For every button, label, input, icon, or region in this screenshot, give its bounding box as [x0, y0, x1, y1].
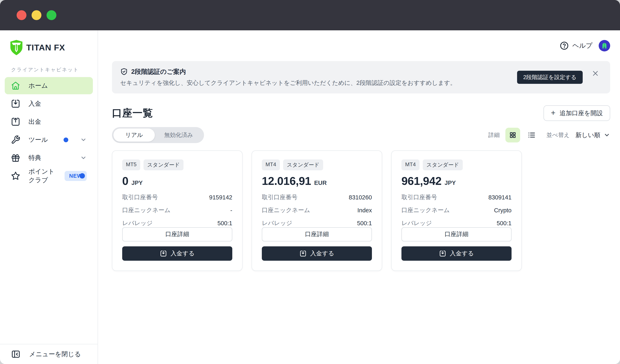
banner-body: セキュリティを強化し、安心してクライアントキャビネットをご利用いただくために、2…	[120, 79, 511, 87]
deposit-button[interactable]: 入金する	[262, 246, 372, 261]
deposit-icon	[300, 250, 307, 257]
collapse-sidebar-icon	[11, 349, 20, 359]
tab-deactivated[interactable]: 無効化済み	[155, 128, 202, 142]
platform-badge: MT4	[262, 159, 280, 170]
sidebar-item-label: ホーム	[29, 81, 87, 90]
brand-wordmark: TITAN FX	[26, 43, 65, 52]
shield-check-icon	[120, 68, 128, 76]
minimize-window-icon[interactable]	[31, 10, 41, 20]
detail-label: 詳細	[488, 131, 500, 139]
sidebar-item-benefits[interactable]: 特典	[5, 149, 93, 167]
titan-helmet-icon	[601, 42, 608, 49]
leverage-row: レバレッジ500:1	[262, 219, 372, 227]
account-type-badge: スタンダード	[423, 159, 463, 170]
view-toolbar: 詳細 並べ替え 新しい順	[488, 128, 610, 142]
chevron-down-icon	[80, 154, 87, 161]
sidebar-item-withdraw[interactable]: 出金	[5, 113, 93, 130]
plus-icon: +	[551, 109, 556, 117]
withdraw-icon	[11, 117, 20, 126]
main-content: ヘルプ 2段階認証のご案内 セキュリティを強化し、安心してクライアントキャビネッ…	[98, 30, 620, 364]
account-card: MT4 スタンダード 12.016,91EUR 取引口座番号8310260 口座…	[251, 151, 382, 271]
topbar: ヘルプ	[112, 30, 610, 61]
account-type-badge: スタンダード	[283, 159, 323, 170]
sort-label: 並べ替え	[546, 131, 570, 139]
deposit-icon	[160, 250, 167, 257]
close-menu-button[interactable]: メニューを閉じる	[0, 344, 98, 364]
deposit-icon	[11, 99, 20, 108]
window-titlebar	[0, 0, 620, 30]
account-balance: 961,942JPY	[402, 174, 512, 187]
two-factor-banner: 2段階認証のご案内 セキュリティを強化し、安心してクライアントキャビネットをご利…	[112, 61, 610, 93]
star-icon	[11, 171, 20, 181]
account-type-badge: スタンダード	[143, 159, 184, 170]
sidebar-item-label: ポイントクラブ	[29, 167, 56, 184]
grid-view-icon	[509, 131, 516, 139]
sidebar-item-label: ツール	[29, 136, 55, 144]
sidebar-item-label: 出金	[29, 118, 87, 126]
sidebar-item-point-club[interactable]: ポイントクラブ NEW	[5, 167, 93, 184]
list-view-button[interactable]	[526, 129, 537, 141]
deposit-icon	[439, 250, 446, 257]
account-balance: 12.016,91EUR	[262, 174, 372, 187]
deposit-button[interactable]: 入金する	[122, 246, 232, 261]
account-card: MT5 スタンダード 0JPY 取引口座番号9159142 口座ニックネーム- …	[112, 151, 243, 271]
list-view-icon	[527, 131, 536, 139]
close-menu-label: メニューを閉じる	[29, 350, 81, 359]
sidebar: TITAN FX クライアントキャビネット ホーム 入金 出金	[0, 30, 98, 364]
sidebar-item-deposit[interactable]: 入金	[5, 95, 93, 112]
account-nickname-row: 口座ニックネームIndex	[262, 206, 372, 214]
sort-dropdown[interactable]: 新しい順	[575, 131, 610, 139]
home-icon	[11, 81, 20, 91]
sidebar-item-tools[interactable]: ツール	[5, 131, 93, 148]
chevron-down-icon	[604, 132, 610, 138]
account-number-row: 取引口座番号8310260	[262, 193, 372, 201]
account-number-row: 取引口座番号8309141	[402, 193, 512, 201]
notification-dot	[79, 173, 85, 179]
titanfx-shield-icon	[10, 40, 23, 55]
open-additional-account-button[interactable]: + 追加口座を開設	[543, 105, 610, 121]
deposit-button[interactable]: 入金する	[402, 246, 512, 261]
tab-real[interactable]: リアル	[113, 128, 155, 142]
grid-view-button[interactable]	[505, 128, 520, 142]
notification-dot	[63, 137, 68, 142]
help-label: ヘルプ	[573, 41, 592, 50]
brand-logo[interactable]: TITAN FX	[10, 40, 98, 55]
question-circle-icon	[559, 41, 569, 50]
platform-badge: MT4	[402, 159, 419, 170]
sidebar-section-label: クライアントキャビネット	[11, 66, 98, 73]
gift-icon	[11, 153, 20, 163]
account-details-button[interactable]: 口座詳細	[262, 227, 372, 242]
sidebar-item-home[interactable]: ホーム	[5, 77, 93, 94]
leverage-row: レバレッジ500:1	[402, 219, 512, 227]
chevron-down-icon	[80, 136, 87, 143]
account-details-button[interactable]: 口座詳細	[122, 227, 232, 242]
leverage-row: レバレッジ500:1	[122, 219, 232, 227]
wrench-icon	[11, 135, 20, 145]
sidebar-item-label: 入金	[29, 99, 87, 108]
close-window-icon[interactable]	[17, 10, 27, 20]
close-icon[interactable]	[589, 67, 602, 80]
new-badge: NEW	[64, 171, 87, 181]
account-type-tabs: リアル 無効化済み	[112, 127, 204, 143]
account-nickname-row: 口座ニックネーム-	[122, 206, 232, 214]
platform-badge: MT5	[122, 159, 140, 170]
account-number-row: 取引口座番号9159142	[122, 193, 232, 201]
account-balance: 0JPY	[122, 174, 232, 187]
account-cards: MT5 スタンダード 0JPY 取引口座番号9159142 口座ニックネーム- …	[112, 151, 610, 271]
sidebar-nav: ホーム 入金 出金 ツール 特典	[0, 77, 98, 184]
zoom-window-icon[interactable]	[46, 10, 56, 20]
banner-title: 2段階認証のご案内	[131, 67, 186, 76]
account-details-button[interactable]: 口座詳細	[402, 227, 512, 242]
account-card: MT4 スタンダード 961,942JPY 取引口座番号8309141 口座ニッ…	[391, 151, 522, 271]
page-title: 口座一覧	[112, 106, 153, 120]
app-window: TITAN FX クライアントキャビネット ホーム 入金 出金	[0, 0, 620, 364]
sidebar-item-label: 特典	[29, 153, 72, 162]
account-nickname-row: 口座ニックネームCrypto	[402, 206, 512, 214]
setup-2fa-button[interactable]: 2段階認証を設定する	[517, 71, 583, 84]
help-button[interactable]: ヘルプ	[559, 41, 592, 50]
user-avatar[interactable]	[599, 40, 610, 51]
